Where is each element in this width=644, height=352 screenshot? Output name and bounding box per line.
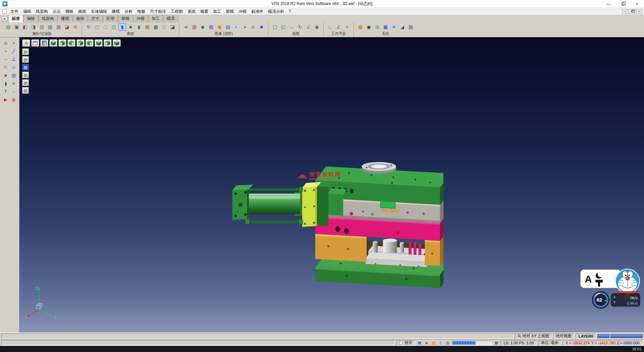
tab-8[interactable]: 塑模 xyxy=(118,15,133,23)
tab-1[interactable]: 标准 xyxy=(8,15,23,23)
shadow-icon[interactable]: ◑ xyxy=(241,23,249,31)
tab-dropdown-button[interactable]: ▼ xyxy=(2,16,7,22)
layers-stack-icon[interactable]: ▥ xyxy=(444,340,451,346)
solid-filter-icon[interactable]: ▨ xyxy=(46,23,54,31)
viewport-menu-icon[interactable]: ≡ xyxy=(22,39,30,47)
minimize-button[interactable]: — xyxy=(602,0,616,8)
assembly-display-icon[interactable]: ▦ xyxy=(144,23,151,31)
data-table-icon[interactable]: ▥ xyxy=(407,23,415,31)
mdi-minimize-button[interactable]: — xyxy=(622,9,628,14)
right-view-icon[interactable] xyxy=(86,39,94,47)
globe-icon[interactable]: ◎ xyxy=(373,23,381,31)
axes-icon[interactable]: + xyxy=(2,47,9,55)
matrix-table-icon[interactable]: ▦ xyxy=(382,23,389,31)
view-config-4[interactable]: ▤ xyxy=(22,72,29,78)
menu-item-5[interactable]: 网格 xyxy=(63,8,76,15)
menu-item-19[interactable]: 模流分析 xyxy=(266,8,286,15)
dashed-hidden-view-icon[interactable]: ◫ xyxy=(110,23,118,31)
gradient-ramp-icon[interactable]: ◢ xyxy=(398,23,406,31)
printer-icon[interactable]: ▣ xyxy=(13,23,20,31)
menu-item-7[interactable]: 实体编辑 xyxy=(89,8,109,15)
menu-item-10[interactable]: 电极 xyxy=(135,8,148,15)
reset-filter-icon[interactable]: ⊘ xyxy=(71,23,79,31)
view-config-5[interactable]: ▤ xyxy=(22,79,29,86)
line-filter-icon[interactable]: ◧ xyxy=(21,23,29,31)
back-view-icon[interactable] xyxy=(67,39,75,47)
shaded-cylinder-icon[interactable]: ▮ xyxy=(135,23,143,31)
tab-5[interactable]: 曲面 xyxy=(73,15,88,23)
color-swatch-icon[interactable]: ■ xyxy=(423,340,430,346)
extrude-icon[interactable]: ▮ xyxy=(2,80,9,87)
viewport-layout-icon[interactable] xyxy=(31,39,39,47)
tab-6[interactable]: 尺寸 xyxy=(88,15,103,23)
hidden-line-view-icon[interactable]: ◫ xyxy=(102,23,109,31)
sketch-line-icon[interactable]: ╱ xyxy=(10,47,17,55)
visibility-eye-icon[interactable]: ◉ xyxy=(313,23,321,31)
histogram-icon[interactable]: ▥ xyxy=(191,23,198,31)
background-icon[interactable]: ▤ xyxy=(224,23,232,31)
attribute-brush-icon[interactable]: ◪ xyxy=(63,23,71,31)
workplane-xy-icon[interactable]: ∟ xyxy=(326,23,334,31)
view-mode-panel[interactable]: 绝对 XY 上视图 xyxy=(515,334,552,339)
grid-icon[interactable]: ▦ xyxy=(493,340,499,346)
display-settings-icon[interactable]: ▦ xyxy=(416,340,423,346)
edit-geometry-icon[interactable]: ▱ xyxy=(10,63,17,71)
layer-color-chip[interactable] xyxy=(597,334,609,338)
menu-item-1[interactable]: 文件 xyxy=(8,8,21,15)
absolute-view-panel[interactable]: 绝对视图 xyxy=(553,334,575,339)
solid-cube-icon[interactable]: ■ xyxy=(258,23,265,31)
document-2-icon[interactable]: 2 xyxy=(437,340,444,346)
tab-3[interactable]: 线架构 xyxy=(39,15,57,23)
rotate-view-icon[interactable]: ↻ xyxy=(296,23,304,31)
menu-item-16[interactable]: 塑模 xyxy=(223,8,236,15)
left-view-icon[interactable] xyxy=(76,39,85,47)
dimetric-view-icon[interactable] xyxy=(113,39,121,47)
workplane-view-icon[interactable]: ∠ xyxy=(335,23,342,31)
surface-filter-icon[interactable]: ▧ xyxy=(38,23,46,31)
tab-7[interactable]: 应用 xyxy=(103,15,118,23)
zoom-icon[interactable]: ⊙ xyxy=(2,39,9,47)
menu-item-17[interactable]: 冲模 xyxy=(236,8,249,15)
units-panel[interactable]: 单位: 毫米 xyxy=(538,340,561,346)
layer-filter-icon[interactable]: ▥ xyxy=(55,23,62,31)
color-grid-icon[interactable]: ▦ xyxy=(357,23,364,31)
menu-item-20[interactable]: ? xyxy=(286,8,293,15)
copy-clipboard-icon[interactable]: ▣ xyxy=(10,96,17,103)
render-mode-icon[interactable]: ▨ xyxy=(430,340,437,346)
view-config-6[interactable]: ▤ xyxy=(22,87,29,94)
trim-icon[interactable]: × xyxy=(10,39,17,47)
rotate-icon[interactable]: ↻ xyxy=(2,63,9,71)
solid-body-icon[interactable]: ■ xyxy=(2,72,9,79)
menu-item-3[interactable]: 线架构 xyxy=(34,8,50,15)
flag-marker-icon[interactable]: ▶ xyxy=(2,96,9,103)
ghost-view-icon[interactable]: ◻ xyxy=(160,23,168,31)
reflection-icon[interactable]: ◐ xyxy=(232,23,240,31)
menu-item-2[interactable]: 编辑 xyxy=(21,8,34,15)
top-view-icon[interactable] xyxy=(95,39,103,47)
bottom-view-icon[interactable] xyxy=(104,39,112,47)
stereo-glasses-icon[interactable]: ∞ xyxy=(182,23,190,31)
menu-item-11[interactable]: 尺寸标注 xyxy=(148,8,168,15)
menu-item-9[interactable]: 分析 xyxy=(122,8,135,15)
lights-icon[interactable]: ◉ xyxy=(216,23,223,31)
menu-item-13[interactable]: 系统 xyxy=(185,8,198,15)
ejector-assembly[interactable] xyxy=(365,238,432,267)
material-icon[interactable]: ◆ xyxy=(199,23,207,31)
magnet-snap-icon[interactable]: ∪ xyxy=(249,23,257,31)
tab-2[interactable]: 编辑 xyxy=(23,15,38,23)
3d-viewport[interactable]: ≡ ▤▤▤▤▤▤ xyxy=(19,37,644,333)
view-config-2[interactable]: ▤ xyxy=(22,56,29,63)
menu-item-14[interactable]: 视窗 xyxy=(198,8,211,15)
sheet-body-icon[interactable]: ▤ xyxy=(10,72,17,79)
redraw-icon[interactable]: ↻ xyxy=(85,23,93,31)
texture-icon[interactable]: ▨ xyxy=(207,23,215,31)
layer-color-bar[interactable] xyxy=(610,334,643,338)
tab-4[interactable]: 建模 xyxy=(58,15,72,23)
menu-item-4[interactable]: 点云 xyxy=(50,8,63,15)
pan-view-icon[interactable]: ↔ xyxy=(288,23,296,31)
tab-10[interactable]: 加工 xyxy=(148,15,163,23)
zoom-window-icon[interactable]: ◱ xyxy=(279,23,287,31)
snap-lock-checkbox[interactable] xyxy=(399,341,402,344)
wireframe-view-icon[interactable]: ◫ xyxy=(93,23,101,31)
net-speed-widget[interactable]: A xyxy=(580,268,642,309)
